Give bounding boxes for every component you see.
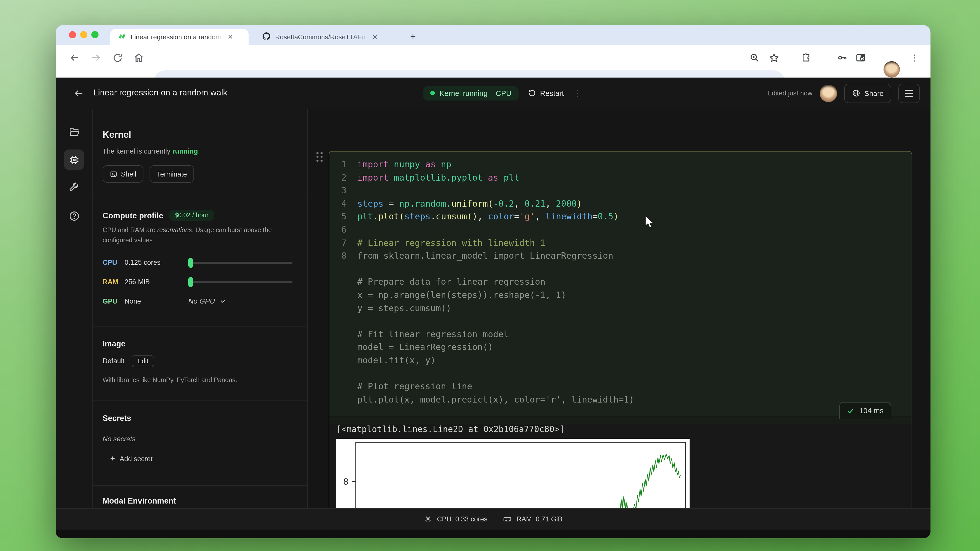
notebook-cell: 1import numpy as np2import matplotlib.py…: [329, 151, 912, 509]
kernel-status-line: The kernel is currently running.: [103, 148, 200, 155]
image-description: With libraries like NumPy, PyTorch and P…: [103, 375, 289, 385]
code-line[interactable]: 1import numpy as np: [329, 158, 912, 171]
close-window-button[interactable]: [69, 31, 76, 38]
add-secret-button[interactable]: + Add secret: [110, 454, 153, 463]
tab-close-icon[interactable]: ✕: [372, 33, 378, 41]
user-avatar[interactable]: [819, 84, 837, 102]
gpu-select[interactable]: No GPU: [188, 297, 226, 305]
tab-close-icon[interactable]: ✕: [228, 33, 233, 41]
reload-icon[interactable]: [109, 49, 126, 66]
plus-icon: +: [110, 454, 115, 463]
code-text: model = LinearRegression(): [357, 341, 493, 354]
restart-kernel-button[interactable]: Restart: [528, 89, 564, 97]
code-line[interactable]: # Fit linear regression model: [329, 328, 912, 341]
tab-notebook[interactable]: Linear regression on a random walk ✕: [110, 29, 248, 45]
code-line[interactable]: [329, 263, 912, 276]
random-walk-chart: 8: [336, 439, 690, 509]
globe-icon: [852, 89, 860, 97]
cpu-label: CPU: [103, 259, 124, 266]
kernel-chip-icon[interactable]: [64, 149, 84, 170]
line-number: 8: [329, 249, 347, 262]
secrets-section-heading: Secrets: [103, 414, 131, 423]
zoom-icon[interactable]: [746, 49, 763, 66]
ram-slider-handle[interactable]: [188, 277, 193, 287]
image-name: Default: [103, 357, 124, 365]
code-line[interactable]: model.fit(x, y): [329, 354, 912, 367]
code-line[interactable]: 3: [329, 184, 912, 197]
browser-menu-icon[interactable]: ⋮: [906, 49, 923, 66]
restart-label: Restart: [540, 89, 564, 97]
line-number: [329, 393, 347, 406]
code-line[interactable]: 4steps = np.random.uniform(-0.2, 0.21, 2…: [329, 197, 912, 210]
code-text: # Plot regression line: [357, 380, 472, 393]
code-line[interactable]: 5plt.plot(steps.cumsum(), color='g', lin…: [329, 210, 912, 224]
code-line[interactable]: plt.plot(x, model.predict(x), color='r',…: [329, 393, 912, 406]
help-icon[interactable]: [64, 206, 84, 226]
terminate-button[interactable]: Terminate: [150, 165, 194, 183]
password-key-icon[interactable]: [834, 49, 851, 66]
code-line[interactable]: 6: [329, 224, 912, 237]
forward-icon[interactable]: [87, 49, 105, 66]
runtime-text: 104 ms: [859, 407, 883, 415]
new-tab-button[interactable]: +: [406, 30, 420, 44]
kernel-status-badge[interactable]: Kernel running – CPU: [423, 86, 519, 100]
maximize-window-button[interactable]: [91, 31, 99, 38]
back-arrow-icon[interactable]: [71, 86, 86, 101]
code-line[interactable]: y = steps.cumsum(): [329, 302, 912, 315]
code-line[interactable]: 7# Linear regression with linewidth 1: [329, 237, 912, 249]
kernel-controls: Kernel running – CPU Restart ⋮: [423, 78, 583, 109]
tab-title: Linear regression on a random walk: [130, 33, 226, 41]
line-number: [329, 354, 347, 367]
ram-slider[interactable]: [188, 281, 293, 283]
gpu-value: None: [124, 297, 188, 305]
tools-wrench-icon[interactable]: [64, 177, 84, 197]
code-text: import matplotlib.pyplot as plt: [357, 171, 519, 184]
ram-usage: RAM: 0.71 GiB: [503, 514, 563, 524]
tab-title: RosettaCommons/RoseTTAFo: [275, 33, 370, 41]
code-line[interactable]: model = LinearRegression(): [329, 341, 912, 354]
back-icon[interactable]: [66, 49, 83, 66]
line-number: [329, 328, 347, 341]
code-text: # Linear regression with linewidth 1: [357, 237, 546, 249]
code-text: x = np.arange(len(steps)).reshape(-1, 1): [357, 289, 566, 302]
random-walk-line: [619, 454, 680, 509]
search-tabs-icon[interactable]: [852, 49, 869, 66]
terminal-icon: [110, 170, 118, 178]
compute-profile-heading: Compute profile: [103, 211, 163, 220]
tab-github[interactable]: RosettaCommons/RoseTTAFo ✕: [255, 29, 393, 45]
code-line[interactable]: [329, 315, 912, 328]
files-folder-icon[interactable]: [64, 121, 84, 142]
code-line[interactable]: 2import matplotlib.pyplot as plt: [329, 171, 912, 184]
compute-profile-heading-row: Compute profile$0.02 / hour: [103, 210, 214, 221]
line-number: 4: [329, 197, 347, 210]
no-secrets-label: No secrets: [103, 435, 135, 443]
browser-profile-avatar[interactable]: [883, 61, 900, 78]
extensions-icon[interactable]: [797, 49, 815, 66]
code-line[interactable]: 8from sklearn.linear_model import Linear…: [329, 249, 912, 262]
bookmark-star-icon[interactable]: [765, 49, 783, 66]
line-number: 6: [329, 224, 347, 237]
reservations-link[interactable]: reservations: [157, 227, 192, 233]
cell-drag-handle-icon[interactable]: [317, 152, 323, 162]
code-line[interactable]: # Plot regression line: [329, 380, 912, 393]
code-editor[interactable]: 1import numpy as np2import matplotlib.py…: [329, 151, 912, 416]
code-lines: 1import numpy as np2import matplotlib.py…: [329, 158, 912, 407]
minimize-window-button[interactable]: [80, 31, 87, 38]
code-text: import numpy as np: [357, 158, 452, 171]
cpu-slider[interactable]: [188, 262, 293, 264]
app-header: Linear regression on a random walk Kerne…: [56, 78, 931, 109]
code-line[interactable]: x = np.arange(len(steps)).reshape(-1, 1): [329, 289, 912, 302]
y-tick-label: 8: [343, 476, 348, 487]
share-button[interactable]: Share: [844, 83, 891, 103]
app-menu-button[interactable]: [898, 83, 920, 103]
line-number: [329, 302, 347, 315]
kernel-more-icon[interactable]: ⋮: [573, 89, 583, 98]
code-line[interactable]: # Prepare data for linear regression: [329, 276, 912, 289]
code-line[interactable]: [329, 367, 912, 380]
home-icon[interactable]: [130, 49, 148, 66]
notebook-title: Linear regression on a random walk: [94, 88, 228, 97]
cpu-slider-handle[interactable]: [188, 258, 193, 268]
edit-image-button[interactable]: Edit: [132, 355, 154, 367]
cell-runtime-badge: 104 ms: [839, 402, 891, 419]
shell-button[interactable]: Shell: [103, 165, 143, 183]
